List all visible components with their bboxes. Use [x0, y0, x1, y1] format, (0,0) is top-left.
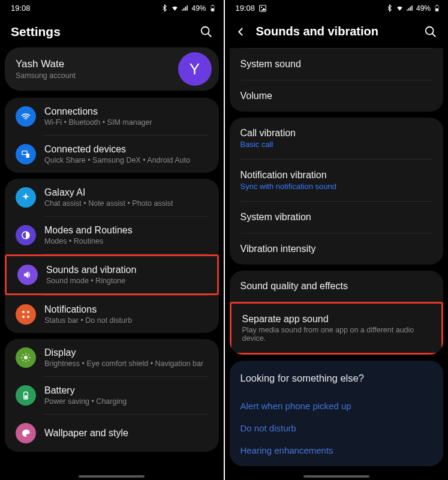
bell-icon [16, 304, 36, 325]
item-title: Notification vibration [240, 170, 433, 181]
item-sub: Play media sound from one app on a diffe… [242, 326, 431, 343]
item-title: Modes and Routines [44, 225, 208, 236]
settings-screen: 19:08 49% Settings Yash Wate Samsung acc… [0, 0, 225, 480]
item-title: Notifications [44, 304, 208, 315]
sparkle-icon [16, 187, 36, 208]
hint-link-alert[interactable]: Alert when phone picked up [240, 395, 433, 417]
svg-point-9 [27, 311, 29, 313]
settings-list[interactable]: Yash Wate Samsung account Y Connections … [0, 47, 224, 480]
settings-item-battery[interactable]: Battery Power saving • Charging [5, 377, 219, 414]
status-icons: 49% [161, 4, 216, 13]
svg-line-4 [208, 34, 211, 37]
nav-handle[interactable] [303, 475, 369, 478]
header: Settings [0, 15, 224, 47]
svg-rect-2 [212, 5, 213, 5]
item-separate-app-sound[interactable]: Separate app sound Play media sound from… [231, 304, 442, 353]
svg-line-30 [432, 33, 436, 37]
back-icon[interactable] [236, 26, 246, 37]
item-sub: Sync with notification sound [240, 182, 433, 191]
image-icon [258, 4, 267, 13]
settings-item-galaxy-ai[interactable]: Galaxy AI Chat assist • Note assist • Ph… [5, 179, 219, 216]
item-title: Call vibration [240, 128, 433, 139]
hint-link-dnd[interactable]: Do not disturb [240, 417, 433, 439]
item-sound-quality[interactable]: Sound quality and effects [230, 271, 444, 302]
settings-item-wallpaper[interactable]: Wallpaper and style [5, 415, 219, 452]
battery-pct: 49% [416, 4, 431, 13]
nav-handle[interactable] [79, 475, 145, 478]
status-icons: 49% [386, 4, 441, 13]
battery-icon [433, 4, 441, 12]
sun-icon [16, 347, 36, 368]
search-icon[interactable] [200, 25, 213, 38]
item-system-vibration[interactable]: System vibration [230, 202, 444, 233]
item-title: Wallpaper and style [44, 428, 208, 439]
signal-icon [181, 4, 189, 12]
item-volume[interactable]: Volume [230, 80, 444, 112]
bluetooth-icon [386, 4, 393, 12]
item-vibration-intensity[interactable]: Vibration intensity [230, 233, 444, 265]
svg-rect-22 [25, 391, 27, 392]
item-sub: Status bar • Do not disturb [44, 316, 208, 325]
item-title: Connected devices [44, 144, 208, 155]
item-title: Display [44, 347, 208, 358]
hint-link-hearing[interactable]: Hearing enhancements [240, 439, 433, 461]
item-title: Sounds and vibration [46, 265, 206, 275]
status-time: 19:08 [11, 4, 31, 13]
item-sub: Quick Share • Samsung DeX • Android Auto [44, 156, 208, 164]
highlighted-row: Sounds and vibration Sound mode • Ringto… [5, 254, 219, 295]
page-title: Settings [11, 25, 190, 39]
avatar[interactable]: Y [178, 52, 212, 86]
highlighted-row: Separate app sound Play media sound from… [230, 302, 444, 355]
item-system-sound[interactable]: System sound [230, 49, 444, 80]
settings-item-display[interactable]: Display Brightness • Eye comfort shield … [5, 339, 219, 376]
item-notification-vibration[interactable]: Notification vibration Sync with notific… [230, 160, 444, 201]
settings-group: Connections Wi-Fi • Bluetooth • SIM mana… [5, 98, 219, 173]
item-call-vibration[interactable]: Call vibration Basic call [230, 118, 444, 159]
svg-rect-27 [435, 8, 438, 11]
svg-rect-1 [211, 8, 214, 11]
svg-rect-28 [436, 5, 437, 5]
item-sub: Modes • Routines [44, 237, 208, 245]
item-title: Vibration intensity [240, 244, 433, 254]
settings-item-sounds[interactable]: Sounds and vibration Sound mode • Ringto… [7, 256, 217, 293]
svg-point-12 [24, 356, 28, 359]
item-sub: Wi-Fi • Bluetooth • SIM manager [44, 118, 208, 127]
svg-line-20 [28, 355, 29, 355]
search-icon[interactable] [424, 25, 437, 38]
modes-icon [16, 225, 36, 245]
item-title: Galaxy AI [44, 187, 208, 198]
item-title: Battery [44, 385, 208, 396]
wifi-icon [16, 106, 36, 127]
status-time: 19:08 [236, 4, 255, 13]
svg-point-3 [201, 27, 209, 35]
item-title: System vibration [240, 212, 433, 223]
sounds-list[interactable]: System sound Volume Call vibration Basic… [225, 47, 449, 480]
item-title: Separate app sound [242, 314, 431, 325]
settings-group: Sound quality and effects Separate app s… [230, 271, 444, 355]
svg-rect-24 [260, 5, 266, 11]
item-title: Volume [240, 91, 433, 101]
settings-item-connections[interactable]: Connections Wi-Fi • Bluetooth • SIM mana… [5, 98, 219, 135]
related-settings-box: Looking for something else? Alert when p… [230, 361, 444, 466]
svg-point-8 [22, 311, 25, 313]
settings-group: Call vibration Basic call Notification v… [230, 118, 444, 265]
svg-rect-23 [25, 395, 27, 398]
item-sub: Chat assist • Note assist • Photo assist [44, 199, 208, 208]
bluetooth-icon [161, 4, 169, 12]
page-title: Sounds and vibration [256, 25, 415, 38]
wifi-icon [396, 4, 404, 12]
battery-icon [16, 385, 36, 406]
signal-icon [406, 4, 414, 12]
item-title: Connections [44, 106, 208, 117]
settings-item-modes[interactable]: Modes and Routines Modes • Routines [5, 217, 219, 254]
item-sub: Brightness • Eye comfort shield • Naviga… [44, 359, 208, 368]
svg-point-25 [261, 7, 262, 8]
svg-line-17 [23, 355, 23, 355]
settings-group: Galaxy AI Chat assist • Note assist • Ph… [5, 179, 219, 333]
account-row[interactable]: Yash Wate Samsung account Y [5, 47, 219, 91]
settings-item-connected-devices[interactable]: Connected devices Quick Share • Samsung … [5, 136, 219, 173]
settings-item-notifications[interactable]: Notifications Status bar • Do not distur… [5, 296, 219, 333]
svg-line-18 [28, 360, 29, 361]
item-sub: Basic call [240, 140, 433, 149]
settings-group: System sound Volume [230, 48, 444, 112]
